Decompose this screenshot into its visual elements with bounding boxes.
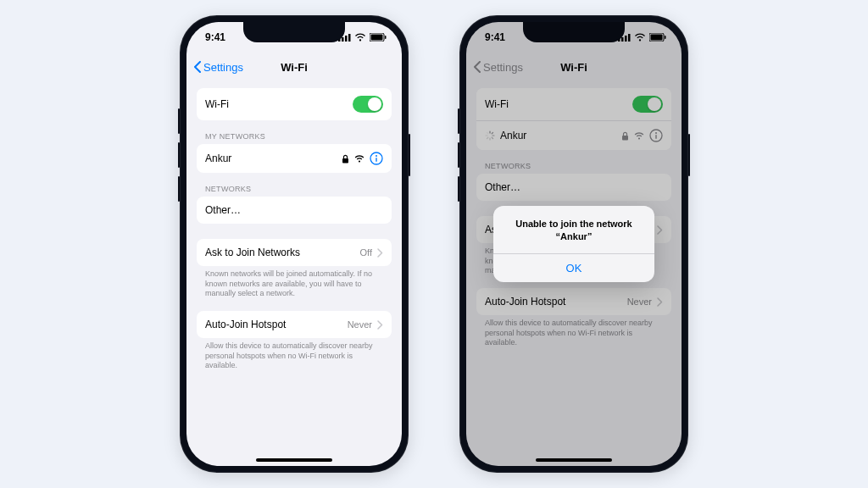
chevron-right-icon: [377, 320, 383, 330]
notch: [243, 22, 345, 42]
alert: Unable to join the network “Ankur” OK: [493, 206, 654, 282]
screen: 9:41 Settings Wi-Fi Wi-Fi: [466, 22, 682, 466]
wifi-toggle-row[interactable]: Wi-Fi: [197, 88, 392, 120]
hotspot-footer: Allow this device to automatically disco…: [197, 338, 392, 371]
alert-overlay: Unable to join the network “Ankur” OK: [466, 22, 682, 466]
back-button[interactable]: Settings: [193, 61, 243, 74]
status-icons: [338, 33, 387, 42]
wifi-label: Wi-Fi: [205, 98, 229, 110]
content: Wi-Fi MY NETWORKS Ankur NETWORKS Other… …: [186, 81, 402, 459]
hotspot-label: Auto-Join Hotspot: [205, 319, 286, 330]
svg-rect-6: [385, 36, 387, 39]
wifi-status-icon: [354, 33, 366, 42]
back-label: Settings: [203, 61, 243, 74]
info-icon[interactable]: [370, 152, 383, 165]
phone-right: 9:41 Settings Wi-Fi Wi-Fi: [459, 15, 688, 473]
status-time: 9:41: [205, 31, 225, 43]
networks-header: NETWORKS: [197, 173, 392, 197]
chevron-right-icon: [377, 248, 383, 258]
screen: 9:41 Settings Wi-Fi Wi-Fi MY NETWORKS An: [186, 22, 402, 466]
svg-rect-1: [342, 37, 344, 42]
other-label: Other…: [205, 204, 241, 216]
network-name: Ankur: [205, 152, 231, 164]
nav-bar: Settings Wi-Fi: [186, 53, 402, 81]
ask-value: Off: [360, 247, 372, 258]
lock-icon: [342, 154, 349, 164]
svg-point-9: [376, 155, 377, 157]
nav-title: Wi-Fi: [281, 61, 308, 74]
svg-rect-2: [345, 36, 348, 42]
alert-title: Unable to join the network “Ankur”: [493, 206, 654, 253]
ask-label: Ask to Join Networks: [205, 247, 300, 258]
wifi-toggle[interactable]: [353, 96, 383, 113]
wifi-icon: [354, 155, 364, 163]
ask-to-join-row[interactable]: Ask to Join Networks Off: [197, 239, 392, 266]
phone-left: 9:41 Settings Wi-Fi Wi-Fi MY NETWORKS An: [180, 15, 409, 473]
svg-rect-7: [342, 158, 348, 164]
svg-rect-10: [376, 158, 376, 162]
home-indicator[interactable]: [256, 458, 332, 462]
ask-footer: Known networks will be joined automatica…: [197, 266, 392, 299]
hotspot-value: Never: [348, 319, 372, 330]
alert-ok-button[interactable]: OK: [493, 253, 654, 282]
network-row[interactable]: Ankur: [197, 144, 392, 173]
other-network-row[interactable]: Other…: [197, 197, 392, 224]
battery-icon: [370, 33, 387, 42]
svg-rect-3: [348, 34, 351, 42]
my-networks-header: MY NETWORKS: [197, 120, 392, 144]
svg-rect-5: [371, 35, 383, 41]
auto-join-hotspot-row[interactable]: Auto-Join Hotspot Never: [197, 311, 392, 338]
chevron-left-icon: [193, 61, 202, 73]
